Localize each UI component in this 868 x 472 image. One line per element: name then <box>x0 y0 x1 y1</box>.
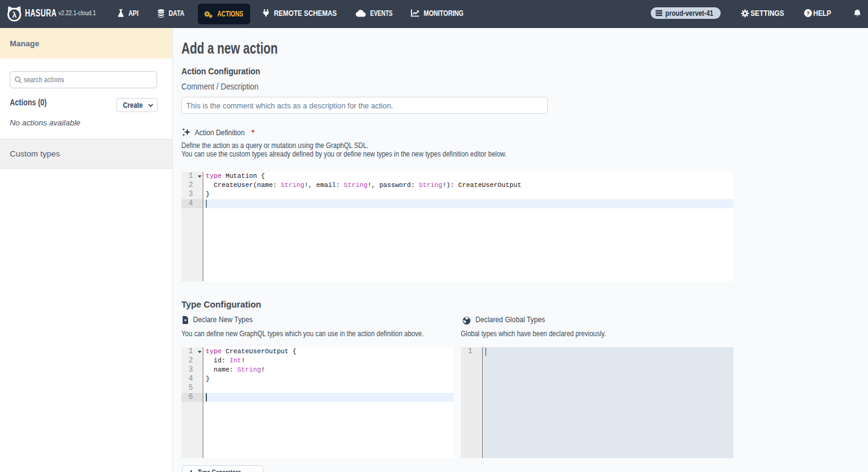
svg-text:λ: λ <box>12 10 17 19</box>
svg-text:?: ? <box>807 10 810 16</box>
